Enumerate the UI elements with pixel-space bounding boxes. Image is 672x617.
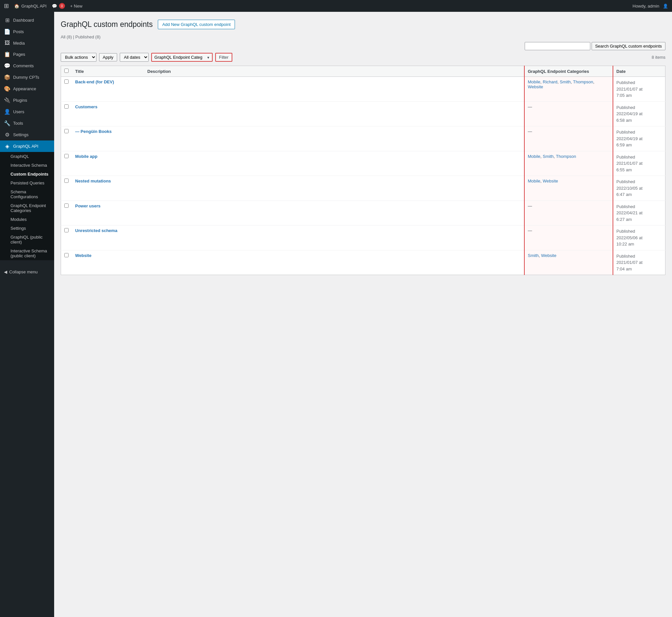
category-link[interactable]: Thompson (573, 79, 593, 84)
row-checkbox[interactable] (64, 154, 68, 158)
sidebar-subitem-interactive-schema-public[interactable]: Interactive Schema (public client) (0, 246, 54, 260)
row-title-link[interactable]: Nested mutations (75, 179, 111, 183)
endpoints-table: Title Description GraphQL Endpoint Categ… (61, 66, 665, 275)
search-row: Search GraphQL custom endpoints (61, 42, 665, 50)
comment-icon: 💬 (52, 4, 57, 9)
select-all-checkbox[interactable] (64, 68, 68, 73)
sidebar-item-appearance[interactable]: 🎨 Appearance (0, 83, 54, 94)
filter-links: All (8) | Published (8) (61, 34, 665, 39)
category-link[interactable]: Smith (543, 154, 553, 159)
search-input[interactable] (525, 42, 590, 50)
main-content: GraphQL custom endpoints Add New GraphQL… (54, 12, 672, 617)
admin-bar: ⊞ 🏠 GraphQL API 💬 0 + New Howdy, admin 👤 (0, 0, 672, 12)
sidebar-subitem-graphql-public-client[interactable]: GraphiQL (public client) (0, 233, 54, 246)
category-link[interactable]: Website (528, 84, 543, 89)
category-link[interactable]: Mobile (528, 154, 540, 159)
items-count: 8 items (652, 55, 665, 60)
row-description (144, 101, 524, 126)
sidebar-item-settings[interactable]: ⚙ Settings (0, 129, 54, 141)
sidebar-subitem-graphql-endpoint-categories[interactable]: GraphQL Endpoint Categories (0, 201, 54, 215)
sidebar-subitem-custom-endpoints[interactable]: Custom Endpoints (0, 170, 54, 179)
row-checkbox[interactable] (64, 79, 68, 84)
category-link[interactable]: Thompson (556, 154, 576, 159)
sidebar-subitem-persisted-queries[interactable]: Persisted Queries (0, 179, 54, 187)
table-row: WebsiteSmith, WebsitePublished 2021/01/0… (61, 250, 665, 275)
sidebar-item-dashboard[interactable]: ⊞ Dashboard (0, 14, 54, 26)
sidebar-item-tools[interactable]: 🔧 Tools (0, 118, 54, 129)
row-checkbox[interactable] (64, 228, 68, 232)
category-link[interactable]: Richard (543, 79, 557, 84)
table-row: Power users—Published 2022/04/21 at 6:27… (61, 201, 665, 225)
media-icon: 🖼 (4, 40, 10, 46)
col-header-date: Date (613, 66, 665, 77)
sidebar-item-users[interactable]: 👤 Users (0, 106, 54, 118)
category-link[interactable]: Mobile (528, 79, 540, 84)
category-link[interactable]: Website (543, 179, 558, 183)
sidebar-submenu: GraphiQL Interactive Schema Custom Endpo… (0, 152, 54, 260)
sidebar-item-posts[interactable]: 📄 Posts (0, 26, 54, 37)
wp-logo-icon[interactable]: ⊞ (4, 2, 9, 10)
row-categories: — (524, 126, 613, 151)
filter-published-link[interactable]: Published (8) (75, 34, 101, 39)
row-title-link[interactable]: Power users (75, 203, 100, 208)
filter-all-link[interactable]: All (8) (61, 34, 73, 39)
row-title-link[interactable]: Unrestricted schema (75, 228, 118, 233)
category-link[interactable]: Website (541, 253, 556, 258)
row-checkbox[interactable] (64, 129, 68, 133)
table-row: Mobile appMobile, Smith, ThompsonPublish… (61, 151, 665, 176)
row-checkbox[interactable] (64, 179, 68, 183)
page-title: GraphQL custom endpoints (61, 20, 153, 29)
appearance-icon: 🎨 (4, 86, 10, 92)
dashboard-icon: ⊞ (4, 17, 10, 23)
sidebar-item-media[interactable]: 🖼 Media (0, 37, 54, 48)
row-title-link[interactable]: Mobile app (75, 154, 97, 159)
row-date: Published 2022/10/05 at 6:47 am (613, 176, 665, 201)
sidebar-item-dummy-cpts[interactable]: 📦 Dummy CPTs (0, 71, 54, 83)
collapse-menu-button[interactable]: ◀ Collapse menu (0, 267, 54, 277)
row-title-link[interactable]: Back-end (for DEV) (75, 79, 114, 84)
toolbar-row: Bulk actions Apply All dates GraphQL End… (61, 53, 665, 62)
row-checkbox[interactable] (64, 253, 68, 257)
row-title-link[interactable]: Customers (75, 105, 97, 109)
sidebar-subitem-interactive-schema[interactable]: Interactive Schema (0, 161, 54, 170)
admin-bar-comments[interactable]: 💬 0 (52, 3, 65, 9)
apply-button[interactable]: Apply (99, 53, 117, 61)
row-title-link[interactable]: — Pengüin Books (75, 129, 111, 134)
sidebar-subitem-graphiql[interactable]: GraphiQL (0, 152, 54, 161)
row-checkbox[interactable] (64, 105, 68, 109)
row-categories: — (524, 225, 613, 250)
filter-button[interactable]: Filter (215, 53, 233, 62)
row-date: Published 2021/01/07 at 7:04 am (613, 250, 665, 275)
row-categories: Mobile, Website (524, 176, 613, 201)
all-dates-select[interactable]: All dates (120, 53, 149, 62)
category-select[interactable]: GraphQL Endpoint Categ (151, 53, 213, 62)
row-date: Published 2022/04/21 at 6:27 am (613, 201, 665, 225)
sidebar-subitem-settings-sub[interactable]: Settings (0, 224, 54, 233)
row-categories: Mobile, Smith, Thompson (524, 151, 613, 176)
search-wrap: Search GraphQL custom endpoints (525, 42, 665, 50)
row-description (144, 250, 524, 275)
table-row: — Pengüin Books—Published 2022/04/19 at … (61, 126, 665, 151)
category-link[interactable]: Smith (560, 79, 571, 84)
pages-icon: 📋 (4, 51, 10, 57)
sidebar-item-graphql-api[interactable]: ◈ GraphQL API (0, 141, 54, 152)
sidebar-subitem-schema-configurations[interactable]: Schema Configurations (0, 187, 54, 201)
add-new-button[interactable]: Add New GraphQL custom endpoint (158, 20, 235, 29)
search-button[interactable]: Search GraphQL custom endpoints (592, 42, 665, 50)
sidebar-item-pages[interactable]: 📋 Pages (0, 48, 54, 60)
row-date: Published 2022/04/19 at 6:59 am (613, 126, 665, 151)
admin-bar-new[interactable]: + New (70, 4, 82, 9)
sidebar-subitem-modules[interactable]: Modules (0, 215, 54, 224)
sidebar-item-plugins[interactable]: 🔌 Plugins (0, 94, 54, 106)
sidebar-item-comments[interactable]: 💬 Comments (0, 60, 54, 71)
row-title-link[interactable]: Website (75, 253, 91, 258)
row-description (144, 225, 524, 250)
category-link[interactable]: Smith (528, 253, 539, 258)
row-checkbox[interactable] (64, 203, 68, 208)
sidebar: ⊞ Dashboard 📄 Posts 🖼 Media 📋 Pages 💬 Co… (0, 12, 54, 617)
admin-bar-site[interactable]: 🏠 GraphQL API (14, 4, 47, 9)
row-categories: — (524, 101, 613, 126)
category-link[interactable]: Mobile (528, 179, 540, 183)
bulk-actions-select[interactable]: Bulk actions (61, 53, 96, 62)
home-icon: 🏠 (14, 4, 19, 9)
